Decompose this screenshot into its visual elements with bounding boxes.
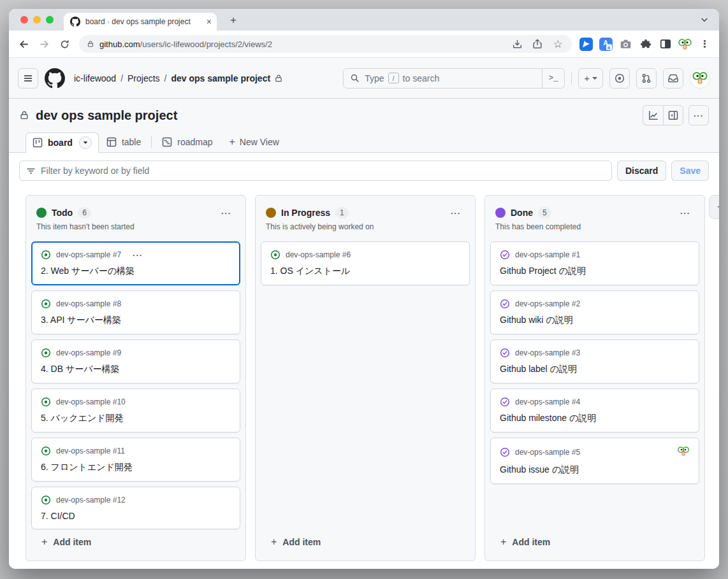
tab-table-label: table — [122, 137, 141, 147]
add-item-button[interactable]: + Add item — [266, 534, 465, 550]
board-card[interactable]: dev-ops-sample #2 Github wiki の説明 — [490, 290, 699, 334]
tab-table[interactable]: table — [99, 132, 149, 152]
search-icon — [350, 73, 360, 83]
plus-icon: + — [229, 136, 235, 148]
issue-open-icon — [41, 446, 51, 456]
issue-closed-icon — [500, 348, 510, 358]
new-tab-button[interactable]: + — [226, 14, 241, 27]
add-item-button[interactable]: + Add item — [495, 534, 694, 550]
forward-button[interactable] — [34, 34, 54, 54]
todo-status-dot — [36, 208, 47, 218]
screenshot-extension-icon[interactable] — [616, 34, 635, 54]
save-button[interactable]: Save — [671, 161, 709, 181]
discard-button[interactable]: Discard — [617, 161, 666, 181]
breadcrumb-separator: / — [120, 73, 123, 83]
add-item-button[interactable]: + Add item — [36, 534, 235, 550]
assignee-avatar[interactable] — [677, 446, 690, 459]
side-panel-button[interactable] — [663, 105, 683, 125]
create-new-button[interactable]: + — [578, 68, 603, 89]
close-window-button[interactable] — [20, 16, 28, 24]
project-title-bar: dev ops sample project ··· — [9, 99, 719, 132]
board-card[interactable]: dev-ops-sample #5 Github issue の説明 — [490, 438, 699, 484]
project-menu-button[interactable]: ··· — [688, 105, 709, 125]
card-issue-ref: dev-ops-sample #7 — [56, 250, 121, 259]
glasses-extension-icon[interactable] — [676, 34, 694, 54]
maximize-window-button[interactable] — [46, 16, 54, 24]
user-avatar[interactable] — [690, 68, 710, 89]
card-title: 2. Web サーバーの構築 — [41, 266, 231, 277]
card-list: dev-ops-sample #6 1. OS インストール — [261, 238, 470, 530]
breadcrumb-owner[interactable]: ic-lifewood — [74, 73, 116, 83]
command-palette-icon[interactable]: >_ — [542, 69, 564, 88]
card-title: Github milestone の説明 — [500, 413, 690, 424]
bookmark-star-icon[interactable]: ☆ — [550, 36, 565, 52]
column-in-progress: In Progress 1 ··· This is actively being… — [255, 195, 476, 561]
browser-menu-icon[interactable]: ⋮ — [695, 34, 714, 54]
browser-tab[interactable]: board · dev ops sample project × — [64, 13, 217, 31]
column-count-badge: 6 — [78, 207, 91, 218]
reload-button[interactable] — [55, 34, 74, 54]
shortcut-extension-icon[interactable] — [577, 34, 595, 54]
card-menu-button[interactable]: ··· — [133, 250, 143, 260]
url-path: /users/ic-lifewood/projects/2/views/2 — [140, 39, 272, 49]
column-menu-button[interactable]: ··· — [447, 208, 465, 218]
tab-search-chevron-icon[interactable] — [700, 15, 709, 24]
global-nav-hamburger-button[interactable] — [18, 68, 38, 89]
minimize-window-button[interactable] — [33, 16, 41, 24]
card-issue-ref: dev-ops-sample #4 — [515, 397, 580, 406]
side-panel-extension-icon[interactable] — [656, 34, 674, 54]
inbox-button[interactable] — [663, 68, 683, 89]
breadcrumb-project-label: dev ops sample project — [171, 73, 271, 83]
page-url: github.com/users/ic-lifewood/projects/2/… — [99, 39, 504, 49]
plus-icon: + — [41, 536, 47, 548]
board-card[interactable]: dev-ops-sample #3 Github label の説明 — [490, 340, 699, 383]
board-card[interactable]: dev-ops-sample #4 Github milestone の説明 — [490, 389, 699, 432]
close-tab-icon[interactable]: × — [207, 17, 212, 26]
tab-roadmap[interactable]: roadmap — [154, 132, 220, 152]
back-button[interactable] — [14, 34, 33, 54]
column-menu-button[interactable]: ··· — [217, 208, 235, 218]
tab-board-label: board — [48, 138, 73, 148]
board-card[interactable]: dev-ops-sample #6 1. OS インストール — [261, 241, 470, 285]
breadcrumb-project-name[interactable]: dev ops sample project — [171, 73, 284, 83]
pull-requests-button[interactable] — [636, 68, 657, 89]
tab-board[interactable]: board — [25, 132, 99, 153]
card-title: Github issue の説明 — [500, 464, 690, 476]
card-issue-ref: dev-ops-sample #10 — [56, 397, 126, 406]
view-options-button[interactable] — [79, 136, 92, 149]
column-menu-button[interactable]: ··· — [676, 208, 694, 218]
search-placeholder: Type / to search — [365, 73, 537, 83]
address-bar[interactable]: github.com/users/ic-lifewood/projects/2/… — [79, 35, 572, 53]
breadcrumb-projects[interactable]: Projects — [127, 73, 160, 83]
breadcrumb-separator: / — [164, 73, 167, 83]
issues-button[interactable] — [609, 68, 630, 89]
card-issue-ref: dev-ops-sample #6 — [286, 250, 351, 259]
install-page-icon[interactable] — [509, 36, 525, 52]
issue-open-icon — [270, 250, 280, 260]
issue-closed-icon — [500, 299, 510, 309]
filter-input[interactable] — [41, 166, 605, 176]
board-card[interactable]: dev-ops-sample #10 5. バックエンド開発 — [31, 389, 240, 432]
column-description: This is actively being worked on — [261, 221, 470, 238]
board-card[interactable]: dev-ops-sample #11 6. フロントエンド開発 — [31, 438, 240, 482]
board-card[interactable]: dev-ops-sample #9 4. DB サーバー構築 — [31, 340, 240, 383]
board-card[interactable]: dev-ops-sample #7 ··· 2. Web サーバーの構築 — [31, 241, 240, 285]
plus-icon: + — [584, 73, 590, 83]
extensions-puzzle-icon[interactable] — [636, 34, 655, 54]
card-issue-ref: dev-ops-sample #12 — [56, 496, 126, 504]
new-column-button[interactable]: + — [709, 195, 719, 219]
global-search-input[interactable]: Type / to search >_ — [343, 68, 565, 89]
add-item-label: Add item — [53, 537, 91, 547]
board-card[interactable]: dev-ops-sample #8 3. API サーバー構築 — [31, 290, 240, 334]
board-card[interactable]: dev-ops-sample #12 7. CI/CD — [31, 487, 240, 529]
github-logo[interactable] — [45, 68, 65, 89]
translate-extension-icon[interactable]: A a — [597, 34, 615, 54]
new-view-button[interactable]: + New View — [221, 132, 288, 152]
filter-bar: Discard Save — [9, 153, 719, 189]
insights-button[interactable] — [643, 105, 663, 125]
column-count-badge: 5 — [538, 207, 551, 218]
add-item-label: Add item — [282, 537, 321, 547]
column-name: In Progress — [281, 208, 330, 218]
board-card[interactable]: dev-ops-sample #1 Github Project の説明 — [490, 241, 699, 285]
share-icon[interactable] — [530, 36, 545, 52]
